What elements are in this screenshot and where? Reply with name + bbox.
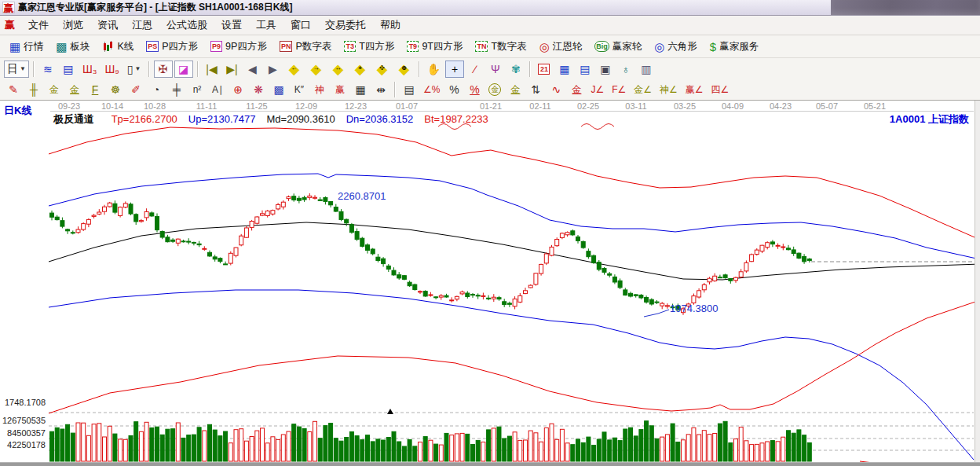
tool-angle-line-button[interactable]: ∕ — [466, 61, 485, 78]
tool-candle-style-button[interactable]: ▯▼ — [124, 61, 144, 78]
vertical-scrollbar[interactable] — [975, 101, 980, 462]
tool-mini-chart-3-button[interactable]: Ш₃ — [79, 61, 101, 78]
gann-circle-icon: ⊕ — [233, 83, 243, 96]
tool-save-button[interactable]: ▣ — [596, 61, 615, 78]
tool-quotes-button[interactable]: ▦行情 — [4, 38, 49, 55]
tool-pct-button[interactable]: % — [444, 81, 463, 98]
tool-pct-levels-button[interactable]: % — [465, 81, 484, 98]
tool-calculator-button[interactable]: ▦ — [555, 61, 574, 78]
tool-gold-levels-button[interactable]: 金 — [506, 81, 525, 98]
tool-histogram-colored-button[interactable]: ◪ — [174, 61, 193, 78]
menu-item-tools[interactable]: 工具 — [249, 16, 283, 35]
price-axis-label: 1748.1708 — [2, 398, 46, 407]
tool-kline-button[interactable]: K线 — [97, 38, 139, 55]
price-scale-icon: ▤ — [404, 83, 414, 96]
tool-zoom-region-button[interactable]: ≋ — [38, 61, 57, 78]
menu-item-browse[interactable]: 浏览 — [56, 16, 90, 35]
tool-angle-f-button[interactable]: F∠ — [609, 81, 629, 98]
tool-mini-chart-9-button[interactable]: Ш₉ — [101, 61, 122, 78]
quotes-label: 行情 — [24, 40, 43, 53]
tool-sectors-button[interactable]: ▩板块 — [50, 38, 95, 55]
tool-knife-tool-button[interactable]: ✎ — [4, 81, 23, 98]
tool-period-day-button[interactable]: 日▼ — [4, 61, 29, 78]
tool-zoom-out-x-button[interactable]: ◆← — [284, 61, 305, 78]
tool-brush-knife-button[interactable]: ✐ — [126, 81, 145, 98]
tool-span-arrows-button[interactable]: ⇹ — [371, 81, 390, 98]
tool-p-number-table-button[interactable]: PNP数字表 — [274, 38, 337, 55]
tool-gann-web-button[interactable]: ❋ — [249, 81, 268, 98]
tool-gann-box-button[interactable]: ▩ — [269, 81, 288, 98]
tool-winner-service-button[interactable]: $赢家服务 — [704, 38, 764, 55]
tool-report-button[interactable]: ▤ — [576, 61, 594, 78]
report-icon: ▤ — [580, 63, 590, 75]
tool-nav-cross-button[interactable]: ◆+ — [350, 61, 371, 78]
tool-calendar-21-button[interactable]: 21 — [535, 61, 554, 78]
winner-wheel-label: 赢家轮 — [612, 40, 642, 53]
tool-gold-band-button[interactable]: 金 — [567, 81, 586, 98]
tool-angle-gold-button[interactable]: 金∠ — [631, 81, 655, 98]
tool-last-bar-button[interactable]: ▶| — [223, 61, 242, 78]
tool-pct-slash-button[interactable]: ∠% — [420, 81, 443, 98]
tool-price-scale-button[interactable]: ▤ — [400, 81, 419, 98]
tool-prev-bar-button[interactable]: ◀ — [243, 61, 262, 78]
tool-wave-tool-button[interactable]: ✾ — [506, 61, 525, 78]
tool-web-data-button[interactable]: ♁ — [616, 61, 635, 78]
tool-time-cycle-button[interactable]: ◔ — [147, 81, 166, 98]
tool-gold-lines-b-button[interactable]: 金 — [65, 81, 84, 98]
gann-box-icon: ▩ — [273, 83, 283, 96]
nav-cross-icon: ◆+ — [353, 62, 368, 76]
tool-t-square-button[interactable]: T3T四方形 — [338, 38, 400, 55]
toolbar-drawing: ✎╫金金F☸✐◔╪n²A∣⊕❋▩K″神赢▦⇹▤∠%%%金金⇅∿金J∠F∠金∠神∠… — [0, 79, 980, 101]
tool-nav-all-button[interactable]: ◆✣ — [372, 61, 393, 78]
menu-item-file[interactable]: 文件 — [21, 16, 56, 35]
tool-nav-center-button[interactable]: ◆⊕ — [394, 61, 415, 78]
tool-angle-ying-button[interactable]: 赢∠ — [682, 81, 707, 98]
menu-item-news[interactable]: 资讯 — [90, 16, 125, 35]
tool-n-square-button[interactable]: n² — [188, 81, 207, 98]
tool-pattern-tool-button[interactable]: Ψ — [486, 61, 505, 78]
tool-winner-wheel-button[interactable]: Big赢家轮 — [589, 38, 647, 55]
tool-zoom-in-x-button[interactable]: ◆→ — [306, 61, 327, 78]
tool-gann-circle-button[interactable]: ⊕ — [229, 81, 247, 98]
tool-t9-square-button[interactable]: T99T四方形 — [401, 38, 468, 55]
tool-f-lines-button[interactable]: F — [86, 81, 104, 98]
tool-first-bar-button[interactable]: |◀ — [203, 61, 221, 78]
tool-shen-tool-button[interactable]: 神 — [310, 81, 329, 98]
tool-crosshair-button[interactable]: + — [445, 61, 464, 78]
menu-item-settings[interactable]: 设置 — [214, 16, 249, 35]
menu-item-gann[interactable]: 江恩 — [125, 16, 159, 35]
kline-chart-canvas[interactable] — [0, 101, 980, 462]
tool-next-bar-button[interactable]: ▶ — [264, 61, 283, 78]
tool-mirror-button[interactable]: A∣ — [208, 81, 227, 98]
tool-angle-j-button[interactable]: J∠ — [587, 81, 607, 98]
tool-ying-tool-button[interactable]: 赢 — [331, 81, 349, 98]
tool-grid-123-button[interactable]: ▦ — [351, 81, 370, 98]
tool-hexagon-button[interactable]: ◎六角形 — [649, 38, 703, 55]
menu-item-window[interactable]: 窗口 — [283, 16, 318, 35]
tool-p-square-button[interactable]: PSP四方形 — [141, 38, 203, 55]
menu-item-formula-stock-pick[interactable]: 公式选股 — [159, 16, 214, 35]
tool-wave-band-button[interactable]: ∿ — [547, 81, 565, 98]
tool-gann-pattern-button[interactable]: ✠ — [154, 61, 173, 78]
tool-gann-lines-button[interactable]: ╫ — [24, 81, 43, 98]
tool-tick-lines-button[interactable]: ╪ — [167, 81, 186, 98]
tool-info-panel-button[interactable]: ▤ — [59, 61, 78, 78]
tool-t-number-table-button[interactable]: TNT数字表 — [470, 38, 532, 55]
tool-gold-circle-button[interactable]: 金 — [485, 81, 504, 98]
tool-p9-square-button[interactable]: P99P四方形 — [205, 38, 272, 55]
angle-gold-icon: 金∠ — [634, 83, 652, 97]
n-square-icon: n² — [193, 84, 202, 95]
tool-expand-x-button[interactable]: ◆↔ — [328, 61, 349, 78]
tool-k-mark-button[interactable]: K″ — [290, 81, 309, 98]
tool-angle-shen-button[interactable]: 神∠ — [656, 81, 681, 98]
menu-item-help[interactable]: 帮助 — [373, 16, 408, 35]
tool-gann-wheel-button[interactable]: ◎江恩轮 — [534, 38, 588, 55]
tool-angle-si-button[interactable]: 四∠ — [708, 81, 733, 98]
tool-remote-pc-button[interactable]: ▥ — [637, 61, 656, 78]
tool-hand-drag-button[interactable]: ✋ — [424, 61, 444, 78]
kline-chart-area[interactable]: 日K线 09-2310-1410-2811-1111-2512-0912-230… — [0, 101, 980, 462]
tool-parabola-button[interactable]: ⇅ — [526, 81, 545, 98]
tool-spiral-button[interactable]: ☸ — [106, 81, 125, 98]
tool-gold-lines-a-button[interactable]: 金 — [45, 81, 64, 98]
menu-item-trade-order[interactable]: 交易委托 — [318, 16, 373, 35]
